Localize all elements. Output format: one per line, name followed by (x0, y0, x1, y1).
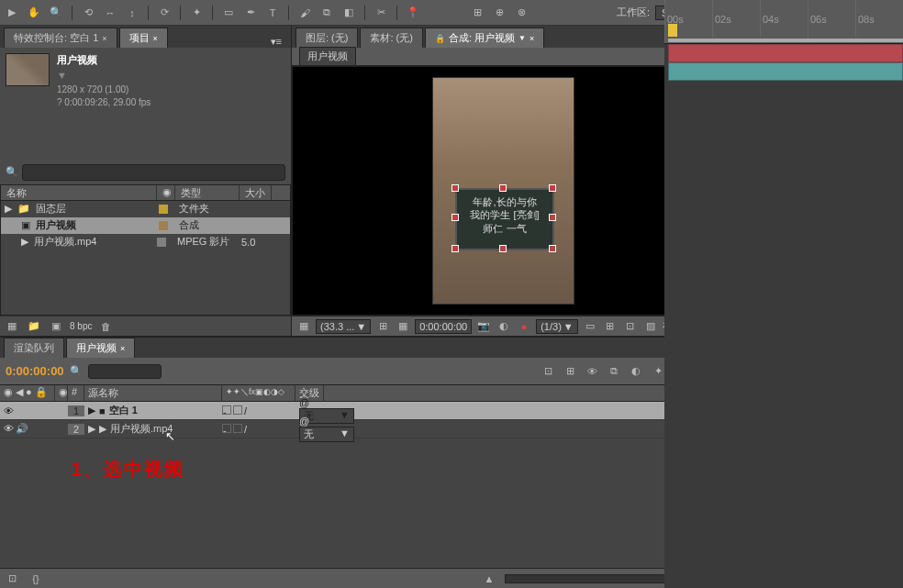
comp-name-tab[interactable]: 用户视频 (299, 47, 356, 66)
brush-tool-icon[interactable]: 🖌 (296, 5, 313, 21)
shy-icon[interactable]: 👁 (584, 363, 600, 380)
resolution-dropdown[interactable]: (1/3)▼ (536, 319, 578, 334)
panel-menu-icon[interactable]: ▾≡ (265, 36, 287, 48)
grid-icon[interactable]: ⊞ (602, 318, 619, 335)
timeline-layer-2[interactable]: 👁🔊 2 ▶▶用户视频.mp4 -/ @无▼ (0, 420, 716, 438)
playhead[interactable] (668, 24, 677, 37)
lock-icon[interactable]: 🔒 (435, 34, 445, 43)
color-label[interactable] (157, 238, 166, 247)
shape-tool-icon[interactable]: ▭ (220, 5, 237, 21)
current-timecode[interactable]: 0:00:00:00 (6, 364, 64, 378)
selection-handle[interactable] (549, 214, 556, 221)
selection-handle[interactable] (549, 184, 556, 192)
audio-icon[interactable]: 🔊 (16, 423, 28, 435)
resolution-icon[interactable]: ⊞ (374, 318, 391, 335)
interpret-footage-icon[interactable]: ▦ (4, 318, 20, 335)
switch-box[interactable]: - (222, 405, 231, 415)
column-name[interactable]: 名称 (1, 185, 157, 200)
pin-tool-icon[interactable]: 📍 (405, 5, 421, 21)
selection-handle[interactable] (549, 245, 556, 252)
switch-slash[interactable]: / (244, 424, 253, 435)
channel-icon[interactable]: ◐ (496, 318, 512, 335)
hand-tool-icon[interactable]: ✋ (26, 5, 42, 21)
frame-blend-icon[interactable]: ⧉ (606, 363, 622, 380)
eraser-tool-icon[interactable]: ◧ (340, 5, 357, 21)
mask-icon[interactable]: ▨ (642, 318, 659, 335)
always-preview-icon[interactable]: ▦ (295, 318, 312, 335)
selection-handle[interactable] (499, 184, 507, 192)
orbit-tool-icon[interactable]: ⟲ (80, 5, 96, 21)
tab-project[interactable]: 项目 × (119, 28, 168, 48)
snapshot-icon[interactable]: 📷 (475, 318, 492, 335)
guides-icon[interactable]: ⊡ (622, 318, 639, 335)
visibility-icon[interactable]: 👁 (4, 405, 14, 416)
text-tool-icon[interactable]: T (264, 5, 281, 21)
roto-tool-icon[interactable]: ✂ (373, 5, 389, 21)
pickwhip-icon[interactable]: @ (299, 416, 309, 427)
tab-composition[interactable]: 🔒 合成: 用户视频 ▼ × (425, 28, 544, 48)
project-search-input[interactable] (22, 164, 285, 181)
switch-box[interactable] (233, 424, 242, 433)
transparency-icon[interactable]: ▦ (395, 318, 411, 335)
work-area-bar[interactable] (668, 39, 903, 42)
roi-icon[interactable]: ▭ (582, 318, 598, 335)
parent-dropdown[interactable]: 无▼ (299, 427, 354, 442)
project-item-footage[interactable]: ▶ 用户视频.mp4 MPEG 影片 5.0 (1, 234, 290, 250)
pen-tool-icon[interactable]: ✒ (242, 5, 259, 21)
column-size[interactable]: 大小 (240, 185, 272, 200)
local-axis-icon[interactable]: ⊞ (469, 5, 485, 21)
anchor-tool-icon[interactable]: ✦ (188, 5, 205, 21)
close-icon[interactable]: × (120, 344, 125, 353)
selection-handle[interactable] (452, 184, 459, 192)
bpc-toggle[interactable]: 8 bpc (70, 321, 92, 331)
world-axis-icon[interactable]: ⊕ (491, 5, 507, 21)
disclosure-arrow-icon[interactable]: ▼ (57, 69, 150, 83)
color-label[interactable] (159, 221, 168, 230)
close-icon[interactable]: × (153, 34, 158, 43)
timecode-display[interactable]: 0:00:00:00 (415, 319, 472, 334)
comp-mini-flowchart-icon[interactable]: ⊡ (540, 363, 556, 380)
expand-icon[interactable]: {} (28, 571, 44, 587)
stamp-tool-icon[interactable]: ⧉ (318, 5, 335, 21)
tab-layer[interactable]: 图层: (无) (295, 28, 358, 48)
rotate-tool-icon[interactable]: ⟳ (156, 5, 173, 21)
new-comp-icon[interactable]: ▣ (48, 318, 64, 335)
toggle-switches-icon[interactable]: ⊡ (4, 571, 20, 587)
selection-handle[interactable] (452, 245, 459, 252)
zoom-tool-icon[interactable]: 🔍 (48, 5, 64, 21)
dolly-tool-icon[interactable]: ↕ (124, 5, 140, 21)
layer-bar-2[interactable] (668, 62, 903, 81)
tab-footage[interactable]: 素材: (无) (360, 28, 422, 48)
tab-render-queue[interactable]: 渲染队列 (4, 338, 64, 358)
color-mgmt-icon[interactable]: ● (516, 318, 532, 335)
close-icon[interactable]: × (530, 34, 534, 43)
tab-effect-controls[interactable]: 特效控制台: 空白 1 × (4, 28, 117, 48)
disclosure-arrow-icon[interactable]: ▶ (5, 203, 12, 215)
draft3d-icon[interactable]: ⊞ (562, 363, 578, 380)
switch-box[interactable]: - (222, 424, 231, 433)
source-name-column[interactable]: 源名称 (84, 385, 222, 401)
pickwhip-icon[interactable]: @ (299, 397, 309, 408)
timeline-search-input[interactable] (88, 364, 162, 379)
dropdown-arrow-icon[interactable]: ▼ (518, 34, 526, 42)
switch-slash[interactable]: / (244, 405, 253, 416)
motion-blur-icon[interactable]: ◐ (628, 363, 644, 380)
tab-timeline-comp[interactable]: 用户视频× (66, 338, 135, 358)
delete-icon[interactable]: 🗑 (97, 318, 114, 335)
switch-box[interactable] (233, 405, 242, 415)
zoom-slider[interactable] (505, 574, 688, 583)
zoom-out-icon[interactable]: ▲ (481, 571, 497, 587)
selection-handle[interactable] (499, 245, 507, 252)
column-color[interactable]: ◉ (157, 185, 175, 200)
selection-tool-icon[interactable]: ▶ (4, 5, 20, 21)
disclosure-arrow-icon[interactable]: ▶ (88, 405, 95, 416)
close-icon[interactable]: × (102, 34, 106, 43)
zoom-dropdown[interactable]: (33.3 ...▼ (316, 319, 371, 334)
new-folder-icon[interactable]: 📁 (26, 318, 42, 335)
pan-tool-icon[interactable]: ↔ (102, 5, 118, 21)
layer-bar-1[interactable] (668, 44, 903, 62)
selection-handle[interactable] (452, 214, 459, 221)
column-type[interactable]: 类型 (175, 185, 240, 200)
color-label[interactable] (159, 205, 168, 214)
visibility-icon[interactable]: 👁 (4, 423, 14, 435)
